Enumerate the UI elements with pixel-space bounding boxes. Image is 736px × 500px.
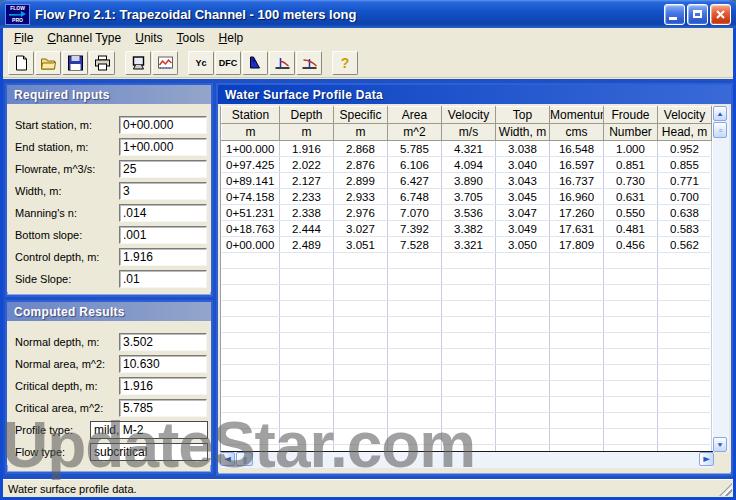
dfc-button[interactable]: DFC xyxy=(215,51,241,75)
vertical-scroll-thumb[interactable]: ≡ xyxy=(713,122,727,138)
profile-plot2-button[interactable] xyxy=(296,51,322,75)
chart-icon xyxy=(157,55,174,71)
table-row[interactable]: 0+51.2312.3382.9767.0703.5363.04717.2600… xyxy=(222,205,712,221)
column-header-units[interactable]: m^2 xyxy=(388,124,442,141)
column-header[interactable]: Velocity xyxy=(442,107,496,124)
table-cell-empty xyxy=(496,317,550,333)
table-cell-empty xyxy=(388,269,442,285)
scroll-left-button[interactable]: ◀ xyxy=(220,452,235,466)
table-cell-empty xyxy=(604,317,658,333)
column-header-units[interactable]: Number xyxy=(604,124,658,141)
field-label: Normal area, m^2: xyxy=(15,358,105,370)
profile-plot-button[interactable] xyxy=(269,51,295,75)
table-cell: 3.045 xyxy=(496,189,550,205)
menu-units[interactable]: Units xyxy=(128,29,169,47)
field-input[interactable] xyxy=(119,377,207,395)
column-header[interactable]: Momentum xyxy=(550,107,604,124)
field-input[interactable] xyxy=(119,138,207,156)
channel-section-button[interactable] xyxy=(242,51,268,75)
column-header-units[interactable]: m/s xyxy=(442,124,496,141)
resize-grip[interactable] xyxy=(719,483,732,496)
preview-button[interactable] xyxy=(125,51,151,75)
table-cell-empty xyxy=(442,445,496,453)
table-cell-empty xyxy=(280,333,334,349)
table-row[interactable]: 1+00.0001.9162.8685.7854.3213.03816.5481… xyxy=(222,141,712,157)
print-button[interactable] xyxy=(89,51,115,75)
column-header-units[interactable]: cms xyxy=(550,124,604,141)
critical-depth-button[interactable]: Yc xyxy=(188,51,214,75)
table-cell-empty xyxy=(334,397,388,413)
field-row: Normal depth, m: xyxy=(7,333,211,355)
column-header[interactable]: Specific xyxy=(334,107,388,124)
field-input[interactable] xyxy=(119,204,207,222)
column-header[interactable]: Top xyxy=(496,107,550,124)
minimize-icon xyxy=(669,17,677,20)
table-cell-empty xyxy=(280,429,334,445)
table-cell-empty xyxy=(550,381,604,397)
table-row[interactable]: 0+89.1412.1272.8996.4273.8903.04316.7370… xyxy=(222,173,712,189)
close-button[interactable] xyxy=(710,4,731,25)
new-file-button[interactable] xyxy=(8,51,34,75)
table-row[interactable]: 0+74.1582.2332.9336.7483.7053.04516.9600… xyxy=(222,189,712,205)
table-row[interactable]: 0+97.4252.0222.8766.1064.0943.04016.5970… xyxy=(222,157,712,173)
new-document-icon xyxy=(13,55,30,71)
scroll-right-button[interactable]: ▶ xyxy=(699,452,714,466)
table-cell-empty xyxy=(388,253,442,269)
app-icon-text-bottom: PRO xyxy=(12,18,23,23)
vertical-scrollbar[interactable]: ▲ ≡ ▼ xyxy=(713,106,729,452)
table-cell-empty xyxy=(280,301,334,317)
menu-tools[interactable]: Tools xyxy=(170,29,212,47)
plot-button[interactable] xyxy=(152,51,178,75)
horizontal-scrollbar[interactable]: ◀ ||| ▶ xyxy=(220,452,714,468)
table-cell-empty xyxy=(222,269,280,285)
maximize-button[interactable] xyxy=(687,4,708,25)
table-cell-empty xyxy=(658,301,712,317)
table-cell: 6.106 xyxy=(388,157,442,173)
table-cell-empty xyxy=(334,301,388,317)
field-input[interactable] xyxy=(90,443,208,461)
column-header-units[interactable]: m xyxy=(222,124,280,141)
column-header[interactable]: Depth xyxy=(280,107,334,124)
table-cell: 0.583 xyxy=(658,221,712,237)
save-button[interactable] xyxy=(62,51,88,75)
table-row[interactable]: 0+18.7632.4443.0277.3923.3823.04917.6310… xyxy=(222,221,712,237)
maximize-icon xyxy=(693,10,702,18)
field-row: Flow type: xyxy=(7,443,211,465)
minimize-button[interactable] xyxy=(664,4,685,25)
column-header-units[interactable]: Width, m xyxy=(496,124,550,141)
field-input[interactable] xyxy=(119,116,207,134)
field-input[interactable] xyxy=(119,355,207,373)
field-input[interactable] xyxy=(119,182,207,200)
table-cell: 16.548 xyxy=(550,141,604,157)
menu-file[interactable]: File xyxy=(7,29,40,47)
column-header[interactable]: Froude xyxy=(604,107,658,124)
scroll-down-button[interactable]: ▼ xyxy=(713,437,727,452)
open-file-button[interactable] xyxy=(35,51,61,75)
column-header[interactable]: Area xyxy=(388,107,442,124)
field-input[interactable] xyxy=(119,248,207,266)
table-cell-empty xyxy=(658,333,712,349)
field-input[interactable] xyxy=(119,270,207,288)
menu-channel-type[interactable]: Channel Type xyxy=(40,29,128,47)
column-header-units[interactable]: m xyxy=(280,124,334,141)
scroll-up-button[interactable]: ▲ xyxy=(713,106,727,121)
table-cell-empty xyxy=(388,333,442,349)
column-header[interactable]: Velocity xyxy=(658,107,712,124)
menu-help[interactable]: Help xyxy=(212,29,251,47)
table-row[interactable]: 0+00.0002.4893.0517.5283.3213.05017.8090… xyxy=(222,237,712,253)
table-cell-empty xyxy=(496,269,550,285)
column-header-units[interactable]: m xyxy=(334,124,388,141)
field-input[interactable] xyxy=(90,421,208,439)
field-input[interactable] xyxy=(119,226,207,244)
table-cell-empty xyxy=(280,349,334,365)
field-row: Flowrate, m^3/s: xyxy=(7,160,211,182)
field-input[interactable] xyxy=(119,160,207,178)
column-header[interactable]: Station xyxy=(222,107,280,124)
table-cell: 6.748 xyxy=(388,189,442,205)
title-bar: FLOW PRO Flow Pro 2.1: Trapezoidal Chann… xyxy=(0,0,736,28)
help-button[interactable]: ? xyxy=(332,51,358,75)
horizontal-scroll-thumb[interactable]: ||| xyxy=(236,452,253,466)
field-input[interactable] xyxy=(119,333,207,351)
column-header-units[interactable]: Head, m xyxy=(658,124,712,141)
field-input[interactable] xyxy=(119,399,207,417)
